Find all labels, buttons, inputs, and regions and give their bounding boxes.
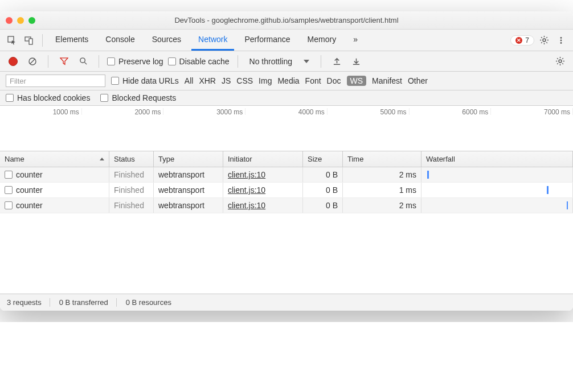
checkbox-icon: [6, 94, 14, 102]
svg-point-9: [80, 58, 84, 63]
kebab-menu-icon[interactable]: [554, 33, 568, 48]
col-name[interactable]: Name: [0, 151, 109, 167]
row-checkbox[interactable]: [5, 186, 13, 194]
resource-type-filters: All XHR JS CSS Img Media Font Doc WS Man…: [185, 76, 428, 86]
main-tabbar: Elements Console Sources Network Perform…: [0, 30, 573, 51]
row-checkbox[interactable]: [5, 171, 13, 179]
download-har-icon[interactable]: [349, 54, 363, 69]
filter-font[interactable]: Font: [305, 76, 321, 85]
has-blocked-cookies-checkbox[interactable]: Has blocked cookies: [6, 93, 90, 102]
timeline-tick: 1000 ms: [0, 108, 82, 115]
minimize-window-button[interactable]: [17, 17, 24, 24]
tab-console[interactable]: Console: [99, 30, 141, 51]
checkbox-icon: [107, 57, 115, 65]
col-initiator[interactable]: Initiator: [223, 151, 303, 167]
clear-icon[interactable]: [25, 54, 40, 69]
error-count-badge[interactable]: ✕ 7: [510, 35, 534, 46]
disable-cache-checkbox[interactable]: Disable cache: [168, 57, 230, 66]
table-row[interactable]: counter Finished webtransport client.js:…: [0, 167, 573, 183]
maximize-window-button[interactable]: [28, 17, 35, 24]
status-transferred: 0 B transferred: [59, 298, 117, 307]
svg-point-5: [560, 39, 562, 41]
waterfall-bar: [547, 186, 549, 194]
filter-media[interactable]: Media: [277, 76, 299, 85]
filter-input[interactable]: Filter: [6, 75, 105, 87]
col-time[interactable]: Time: [343, 151, 421, 167]
svg-rect-2: [29, 39, 32, 44]
filter-icon[interactable]: [56, 54, 71, 69]
filter-bar: Filter Hide data URLs All XHR JS CSS Img…: [0, 72, 573, 90]
table-header: Name Status Type Initiator Size Time Wat…: [0, 151, 573, 167]
row-checkbox[interactable]: [5, 201, 13, 209]
svg-point-4: [560, 37, 562, 39]
record-button[interactable]: [6, 54, 21, 69]
inspect-element-icon[interactable]: [5, 33, 19, 48]
timeline-tick: 4000 ms: [245, 108, 328, 115]
close-window-button[interactable]: [6, 17, 13, 24]
tab-network[interactable]: Network: [191, 30, 234, 51]
svg-point-11: [559, 60, 562, 63]
timeline-overview[interactable]: 1000 ms 2000 ms 3000 ms 4000 ms 5000 ms …: [0, 106, 573, 151]
filter-css[interactable]: CSS: [236, 76, 253, 85]
tab-memory[interactable]: Memory: [301, 30, 343, 51]
blocked-requests-checkbox[interactable]: Blocked Requests: [100, 93, 176, 102]
svg-point-6: [560, 42, 562, 44]
preserve-log-checkbox[interactable]: Preserve log: [107, 57, 163, 66]
checkbox-icon: [100, 94, 108, 102]
svg-line-8: [30, 59, 35, 64]
svg-line-10: [84, 62, 87, 64]
timeline-tick: 2000 ms: [82, 108, 164, 115]
filter-bar-2: Has blocked cookies Blocked Requests: [0, 90, 573, 106]
upload-har-icon[interactable]: [329, 54, 344, 69]
filter-ws[interactable]: WS: [347, 76, 367, 86]
panel-tabs: Elements Console Sources Network Perform…: [48, 30, 365, 51]
tab-performance[interactable]: Performance: [238, 30, 297, 51]
tab-sources[interactable]: Sources: [145, 30, 188, 51]
search-icon[interactable]: [76, 54, 91, 69]
waterfall-bar: [567, 201, 568, 209]
divider: [321, 55, 321, 68]
filter-xhr[interactable]: XHR: [199, 76, 216, 85]
filter-all[interactable]: All: [185, 76, 194, 85]
requests-table: Name Status Type Initiator Size Time Wat…: [0, 151, 573, 294]
network-settings-icon[interactable]: [552, 54, 567, 69]
window-title: DevTools - googlechrome.github.io/sample…: [0, 16, 573, 24]
hide-data-urls-checkbox[interactable]: Hide data URLs: [111, 76, 179, 85]
waterfall-bar: [427, 171, 429, 179]
tab-more[interactable]: »: [346, 30, 365, 51]
sort-asc-icon: [100, 158, 104, 160]
device-toolbar-icon[interactable]: [22, 33, 36, 48]
status-requests: 3 requests: [7, 298, 50, 307]
divider: [42, 34, 43, 47]
table-row[interactable]: counter Finished webtransport client.js:…: [0, 198, 573, 213]
tab-elements[interactable]: Elements: [48, 30, 95, 51]
error-icon: ✕: [515, 37, 522, 44]
col-type[interactable]: Type: [154, 151, 223, 167]
divider: [48, 55, 48, 68]
initiator-link[interactable]: client.js:10: [228, 201, 265, 210]
titlebar: DevTools - googlechrome.github.io/sample…: [0, 11, 573, 30]
col-size[interactable]: Size: [303, 151, 343, 167]
table-row[interactable]: counter Finished webtransport client.js:…: [0, 183, 573, 198]
col-status[interactable]: Status: [109, 151, 154, 167]
filter-js[interactable]: JS: [222, 76, 231, 85]
filter-img[interactable]: Img: [259, 76, 272, 85]
initiator-link[interactable]: client.js:10: [228, 170, 265, 179]
filter-other[interactable]: Other: [408, 76, 428, 85]
throttling-select[interactable]: No throttling: [246, 56, 313, 67]
timeline-tick: 3000 ms: [163, 108, 245, 115]
status-bar: 3 requests 0 B transferred 0 B resources: [0, 294, 573, 311]
svg-point-3: [543, 39, 546, 42]
settings-icon[interactable]: [537, 33, 551, 48]
col-waterfall[interactable]: Waterfall: [421, 151, 573, 167]
initiator-link[interactable]: client.js:10: [228, 185, 265, 195]
devtools-window: DevTools - googlechrome.github.io/sample…: [0, 11, 573, 311]
divider: [238, 55, 238, 68]
status-resources: 0 B resources: [126, 298, 179, 307]
chevron-down-icon: [304, 60, 309, 63]
checkbox-icon: [168, 57, 176, 65]
filter-manifest[interactable]: Manifest: [372, 76, 402, 85]
error-count: 7: [525, 36, 529, 44]
filter-doc[interactable]: Doc: [327, 76, 341, 85]
timeline-tick: 7000 ms: [491, 108, 573, 115]
